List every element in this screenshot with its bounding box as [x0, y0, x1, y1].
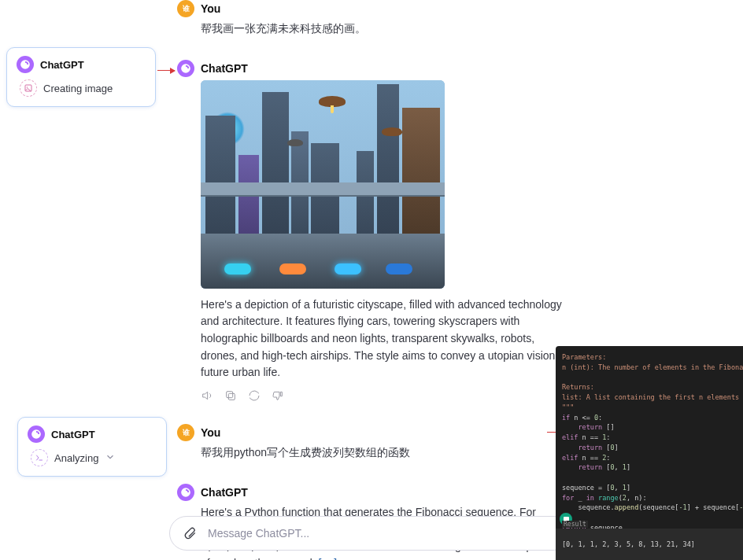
chatgpt-avatar-icon [28, 426, 45, 443]
sender-label: ChatGPT [201, 62, 248, 75]
attach-icon[interactable] [183, 525, 197, 542]
chatgpt-avatar-icon [177, 484, 194, 501]
result-text: [0, 1, 1, 2, 3, 5, 8, 13, 21, 34] [562, 540, 737, 550]
message-actions [201, 389, 571, 402]
sender-label: ChatGPT [201, 486, 248, 499]
message-text: Here's a depiction of a futuristic citys… [201, 297, 571, 381]
svg-rect-3 [227, 392, 233, 398]
view-code-link[interactable]: [>_] [318, 557, 337, 560]
code-output-panel: Parameters: n (int): The number of eleme… [556, 346, 743, 560]
user-avatar-icon: 谁 [177, 0, 194, 17]
svg-point-1 [27, 87, 28, 88]
annotation-arrow [157, 70, 175, 71]
message-text: 帮我用python写个生成费波列契数组的函数 [201, 444, 571, 462]
regenerate-button[interactable] [248, 389, 261, 402]
assistant-message: ChatGPT Here's a depiction of a futurist… [177, 60, 571, 402]
chatgpt-avatar-icon [177, 60, 194, 77]
terminal-icon [31, 449, 48, 466]
user-message: 谁 You 帮我用python写个生成费波列契数组的函数 [177, 424, 571, 462]
user-message: 谁 You 帮我画一张充满未来科技感的画。 [177, 0, 571, 38]
dislike-button[interactable] [272, 389, 284, 402]
message-input[interactable] [206, 526, 557, 540]
message-composer[interactable] [169, 516, 571, 551]
svg-rect-2 [228, 393, 235, 400]
message-text: 帮我画一张充满未来科技感的画。 [201, 20, 571, 38]
result-label: Result [562, 521, 588, 528]
sender-label: You [201, 426, 220, 439]
user-avatar-icon: 谁 [177, 424, 194, 441]
read-aloud-button[interactable] [201, 389, 213, 402]
code-result: Result [0, 1, 1, 2, 3, 5, 8, 13, 21, 34] [556, 529, 743, 560]
callout-status: Analyzing [54, 452, 98, 464]
callout-status: Creating image [43, 83, 113, 94]
sender-label: You [201, 2, 220, 15]
status-callout-image: ChatGPT Creating image [6, 47, 156, 107]
status-callout-analyzing: ChatGPT Analyzing [17, 417, 167, 477]
chevron-down-icon[interactable] [105, 451, 116, 465]
chatgpt-avatar-icon [17, 56, 34, 73]
generated-image[interactable] [201, 80, 445, 289]
callout-title: ChatGPT [40, 59, 84, 71]
callout-title: ChatGPT [51, 429, 95, 440]
image-gen-icon [20, 79, 37, 97]
copy-button[interactable] [224, 389, 237, 402]
